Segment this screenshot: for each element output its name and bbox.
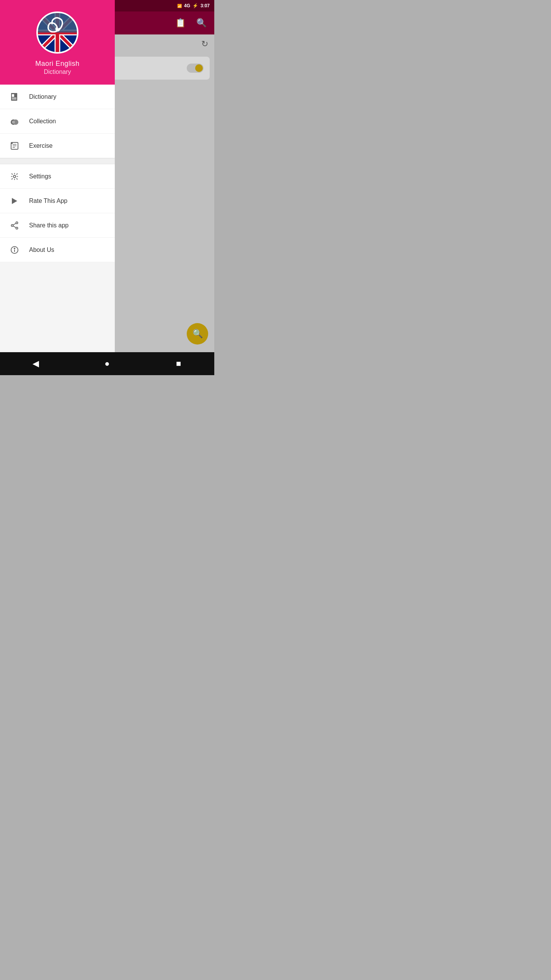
svg-rect-13: [12, 94, 14, 97]
svg-point-27: [11, 224, 13, 226]
app-logo: [36, 11, 78, 54]
app-subtitle-label: Dictionary: [44, 69, 71, 75]
recent-button[interactable]: ■: [167, 352, 190, 375]
time-label: 3:07: [201, 3, 210, 8]
menu-section-main: Dictionary Collection: [0, 85, 115, 158]
back-button[interactable]: ◀: [24, 352, 47, 375]
clipboard-icon[interactable]: 📋: [175, 18, 186, 28]
network-label: 4G: [184, 3, 190, 8]
fab-search-button[interactable]: 🔍: [187, 323, 208, 345]
navigation-drawer: Maori English Dictionary Dictionary: [0, 0, 115, 352]
bottom-navigation: ◀ ● ■: [0, 352, 214, 375]
svg-line-30: [13, 226, 16, 227]
search-icon[interactable]: 🔍: [196, 18, 207, 28]
rate-icon: [8, 196, 21, 206]
menu-item-collection[interactable]: Collection: [0, 109, 115, 134]
menu-divider: [0, 158, 115, 164]
collection-icon: [8, 117, 21, 126]
reload-icon[interactable]: ↻: [201, 39, 208, 49]
menu-item-about[interactable]: About Us: [0, 238, 115, 262]
rate-label: Rate This App: [29, 198, 67, 204]
svg-point-24: [13, 175, 16, 178]
dictionary-icon: [8, 92, 21, 101]
toggle-area: [112, 57, 210, 80]
menu-item-dictionary[interactable]: Dictionary: [0, 85, 115, 109]
exercise-icon: [8, 141, 21, 150]
svg-rect-14: [12, 98, 16, 98]
share-label: Share this app: [29, 222, 68, 229]
svg-point-33: [14, 248, 15, 249]
svg-rect-15: [12, 99, 16, 100]
settings-icon: [8, 172, 21, 181]
menu-item-rate[interactable]: Rate This App: [0, 189, 115, 213]
toggle-knob: [195, 64, 203, 72]
menu-item-share[interactable]: Share this app: [0, 213, 115, 238]
exercise-label: Exercise: [29, 142, 52, 149]
svg-rect-23: [11, 142, 13, 144]
drawer-menu: Dictionary Collection: [0, 85, 115, 352]
svg-rect-12: [11, 93, 17, 101]
battery-icon: ⚡: [192, 3, 198, 8]
menu-item-exercise[interactable]: Exercise: [0, 134, 115, 158]
home-button[interactable]: ●: [96, 352, 119, 375]
app-name-label: Maori English: [35, 60, 80, 68]
action-bar: 📋 🔍: [107, 11, 214, 34]
collection-label: Collection: [29, 118, 56, 125]
drawer-header: Maori English Dictionary: [0, 0, 115, 85]
about-label: About Us: [29, 247, 54, 253]
menu-section-secondary: Settings Rate This App: [0, 164, 115, 262]
fab-search-icon: 🔍: [192, 329, 203, 339]
status-bar: 📶 4G ⚡ 3:07: [107, 0, 214, 11]
svg-point-18: [12, 121, 15, 124]
dictionary-label: Dictionary: [29, 93, 56, 100]
toggle-switch[interactable]: [187, 64, 204, 73]
svg-marker-25: [12, 198, 17, 204]
settings-label: Settings: [29, 173, 51, 180]
main-content-area: ↻: [107, 34, 214, 352]
about-icon: [8, 245, 21, 255]
menu-item-settings[interactable]: Settings: [0, 164, 115, 189]
svg-line-29: [13, 223, 16, 225]
share-icon: [8, 221, 21, 230]
signal-icon: 📶: [177, 4, 182, 8]
svg-point-26: [16, 222, 18, 224]
svg-point-28: [16, 227, 18, 229]
